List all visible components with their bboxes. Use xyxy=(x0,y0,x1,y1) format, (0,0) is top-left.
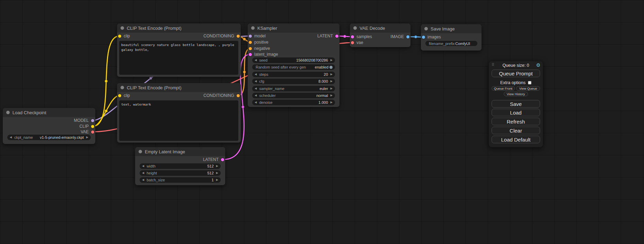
node-empty-latent-image[interactable]: Empty Latent Image LATENT ◀ width 512 ▶ … xyxy=(135,147,225,185)
node-graph-canvas[interactable]: Load Checkpoint MODEL CLIP VAE ◀ ckpt_na… xyxy=(0,0,644,244)
node-title-bar[interactable]: CLIP Text Encode (Prompt) xyxy=(117,83,241,92)
seed-widget[interactable]: ◀ seed 156680208700286 ▶ xyxy=(252,57,335,63)
refresh-button[interactable]: Refresh xyxy=(492,118,540,125)
images-input-dot[interactable] xyxy=(422,36,425,39)
height-widget[interactable]: ◀ height 512 ▶ xyxy=(140,170,221,176)
settings-gear-icon[interactable]: ⚙ xyxy=(536,62,540,68)
node-title-bar[interactable]: VAE Decode xyxy=(350,24,411,33)
denoise-widget[interactable]: ◀ denoise 1.000 ▶ xyxy=(252,100,335,105)
node-load-checkpoint[interactable]: Load Checkpoint MODEL CLIP VAE ◀ ckpt_na… xyxy=(3,108,95,144)
increment-icon[interactable]: ▶ xyxy=(330,80,333,83)
node-save-image[interactable]: Save Image images filename_prefix ComfyU… xyxy=(421,24,482,51)
ckpt-name-widget[interactable]: ◀ ckpt_name v1-5-pruned-emaonly.ckpt ▶ xyxy=(7,135,91,140)
cfg-widget[interactable]: ◀ cfg 8.000 ▶ xyxy=(252,79,335,84)
decrement-icon[interactable]: ◀ xyxy=(142,165,144,168)
save-button[interactable]: Save xyxy=(492,100,540,108)
node-title-bar[interactable]: Load Checkpoint xyxy=(3,108,95,117)
next-value-icon[interactable]: ▶ xyxy=(330,87,333,90)
extra-options-label: Extra options xyxy=(500,80,526,85)
width-widget[interactable]: ◀ width 512 ▶ xyxy=(140,163,221,169)
node-status-dot xyxy=(6,111,10,114)
increment-icon[interactable]: ▶ xyxy=(330,73,333,76)
output-slot-latent: LATENT xyxy=(203,157,224,162)
increment-icon[interactable]: ▶ xyxy=(216,179,218,181)
steps-widget[interactable]: ◀ steps 20 ▶ xyxy=(252,72,335,77)
clip-input-dot[interactable] xyxy=(118,35,121,38)
increment-icon[interactable]: ▶ xyxy=(330,101,333,104)
input-slot-model: model xyxy=(249,33,266,39)
random-seed-toggle-widget[interactable]: Random seed after every gen enabled xyxy=(252,64,335,70)
decrement-icon[interactable]: ◀ xyxy=(255,59,257,62)
input-slot-negative: negative xyxy=(249,46,270,51)
link-midpoint-dot xyxy=(343,35,346,38)
node-title-bar[interactable]: Save Image xyxy=(421,24,482,33)
latent-output-dot[interactable] xyxy=(221,158,224,161)
negative-input-dot[interactable] xyxy=(249,47,252,50)
input-slot-positive: positive xyxy=(249,39,268,45)
node-title-bar[interactable]: KSampler xyxy=(248,24,339,33)
next-value-icon[interactable]: ▶ xyxy=(330,94,333,97)
samples-input-dot[interactable] xyxy=(351,35,354,38)
positive-input-dot[interactable] xyxy=(249,41,252,44)
input-slot-clip: clip xyxy=(118,93,130,98)
wire-clip-negative xyxy=(93,96,120,126)
node-title: CLIP Text Encode (Prompt) xyxy=(127,85,182,90)
prev-value-icon[interactable]: ◀ xyxy=(255,94,257,97)
node-title: Load Checkpoint xyxy=(12,110,46,115)
decrement-icon[interactable]: ◀ xyxy=(255,73,257,76)
node-clip-text-encode-negative[interactable]: CLIP Text Encode (Prompt) clip CONDITION… xyxy=(117,83,241,143)
decrement-icon[interactable]: ◀ xyxy=(142,179,144,181)
extra-options-checkbox[interactable] xyxy=(528,81,531,84)
node-ksampler[interactable]: KSampler model positive negative latent_… xyxy=(248,24,339,107)
clear-button[interactable]: Clear xyxy=(492,127,540,134)
vae-input-dot[interactable] xyxy=(351,41,354,44)
queue-menu-panel: ⠿ Queue size: 0 ⚙ Queue Prompt Extra opt… xyxy=(488,61,543,147)
link-midpoint-dot xyxy=(414,36,417,38)
node-title-bar[interactable]: Empty Latent Image xyxy=(135,147,225,156)
decrement-icon[interactable]: ◀ xyxy=(255,80,257,83)
link-midpoint-dot xyxy=(241,106,244,108)
node-status-dot xyxy=(424,27,428,30)
output-slot-model: MODEL xyxy=(74,118,94,123)
node-status-dot xyxy=(251,26,255,30)
prev-value-icon[interactable]: ◀ xyxy=(255,87,257,90)
input-slot-images: images xyxy=(422,34,441,40)
clip-output-dot[interactable] xyxy=(91,125,94,128)
decrement-icon[interactable]: ◀ xyxy=(142,172,144,174)
image-output-dot[interactable] xyxy=(406,35,409,38)
vae-output-dot[interactable] xyxy=(91,130,94,134)
negative-prompt-textarea[interactable]: text, watermark xyxy=(119,100,238,141)
prev-value-icon[interactable]: ◀ xyxy=(10,136,12,139)
node-vae-decode[interactable]: VAE Decode samples vae IMAGE xyxy=(350,24,411,47)
positive-prompt-textarea[interactable]: beautiful scenery nature glass bottle la… xyxy=(119,41,238,75)
link-midpoint-dot xyxy=(105,80,108,83)
load-button[interactable]: Load xyxy=(492,109,540,116)
scheduler-widget[interactable]: ◀ scheduler normal ▶ xyxy=(252,93,335,98)
clip-input-dot[interactable] xyxy=(118,94,121,97)
extra-options-row: Extra options xyxy=(489,80,543,85)
next-value-icon[interactable]: ▶ xyxy=(86,136,88,139)
increment-icon[interactable]: ▶ xyxy=(216,165,218,168)
load-default-button[interactable]: Load Default xyxy=(492,136,540,143)
node-clip-text-encode-positive[interactable]: CLIP Text Encode (Prompt) clip CONDITION… xyxy=(117,24,241,77)
model-output-dot[interactable] xyxy=(91,119,94,122)
sampler-name-widget[interactable]: ◀ sampler_name euler ▶ xyxy=(252,86,335,91)
decrement-icon[interactable]: ◀ xyxy=(255,101,257,104)
conditioning-output-dot[interactable] xyxy=(237,35,240,38)
queue-prompt-button[interactable]: Queue Prompt xyxy=(492,70,540,77)
view-queue-button[interactable]: View Queue xyxy=(516,86,540,91)
conditioning-output-dot[interactable] xyxy=(237,94,240,97)
filename-prefix-widget[interactable]: filename_prefix ComfyUI xyxy=(425,41,477,46)
increment-icon[interactable]: ▶ xyxy=(330,59,333,62)
node-title-bar[interactable]: CLIP Text Encode (Prompt) xyxy=(117,24,241,33)
latent-output-dot[interactable] xyxy=(335,35,338,38)
batch-size-widget[interactable]: ◀ batch_size 1 ▶ xyxy=(140,177,221,183)
latent-image-input-dot[interactable] xyxy=(249,53,252,56)
increment-icon[interactable]: ▶ xyxy=(216,172,218,174)
model-input-dot[interactable] xyxy=(249,35,252,38)
view-history-button[interactable]: View History xyxy=(504,92,528,96)
node-status-dot xyxy=(139,150,142,153)
queue-front-button[interactable]: Queue Front xyxy=(492,86,515,91)
toggle-dot[interactable] xyxy=(329,66,333,69)
output-slot-image: IMAGE xyxy=(390,34,409,39)
